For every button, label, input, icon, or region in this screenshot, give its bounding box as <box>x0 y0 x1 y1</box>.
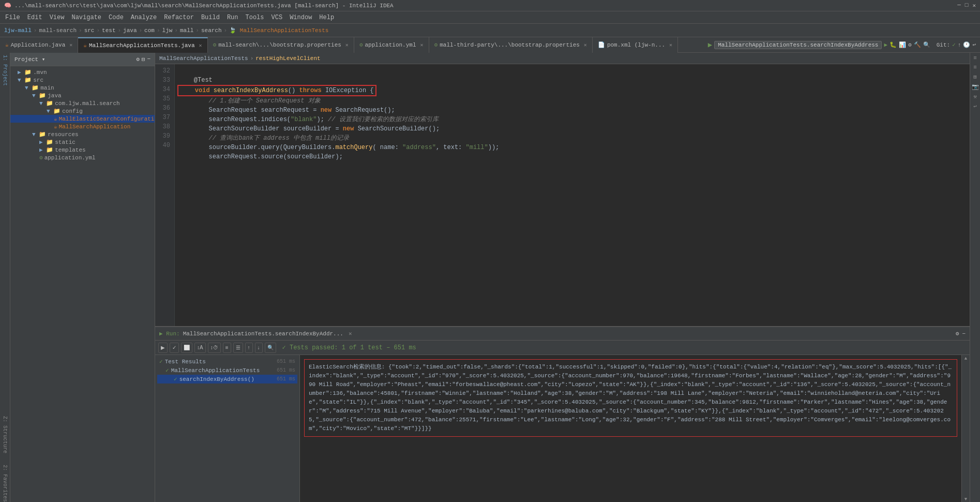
tree-templates[interactable]: ▶ 📁 templates <box>10 146 155 154</box>
run-tab-close[interactable]: ✕ <box>349 330 352 337</box>
tree-config[interactable]: ▼ 📁 config <box>10 107 155 115</box>
bc-lwj-mall[interactable]: ljw-mall <box>4 27 32 34</box>
align-center-btn[interactable]: ☰ <box>233 343 243 353</box>
close-tab-bootstrap[interactable]: ✕ <box>345 42 349 48</box>
bc-mall-search[interactable]: mall-search <box>39 27 77 34</box>
sort-alpha-btn[interactable]: ↕A <box>194 343 206 353</box>
search-btn[interactable]: 🔍 <box>923 41 930 48</box>
code-content[interactable]: @Test void searchIndexByAddress() throws… <box>175 64 970 326</box>
project-layout-icon[interactable]: ⊟ <box>142 56 145 63</box>
eb-class[interactable]: MallSearchApplicationTests <box>159 55 248 62</box>
git-undo-icon[interactable]: ↩ <box>972 41 976 48</box>
tab-bootstrap-props[interactable]: ⚙ mall-search\...\bootstrap.properties ✕ <box>208 37 354 53</box>
run-icon[interactable]: ▶ <box>708 40 712 49</box>
run-coverage-btn[interactable]: 📊 <box>899 41 906 48</box>
eb-method[interactable]: restHighLevelClient <box>255 55 320 62</box>
next-fail-btn[interactable]: ↓ <box>255 343 263 353</box>
tab-mallsearch-tests[interactable]: ☕ MallSearchApplicationTests.java ✕ <box>78 37 207 53</box>
tree-static[interactable]: ▶ 📁 static <box>10 138 155 146</box>
tab-third-party-bootstrap[interactable]: ⚙ mall-third-party\...\bootstrap.propert… <box>429 37 593 53</box>
menu-refactor[interactable]: Refactor <box>161 13 197 22</box>
tree-application-yml[interactable]: ⚙ application.yml <box>10 154 155 161</box>
run-tree-results[interactable]: ✓ Test Results 651 ms <box>157 357 297 366</box>
project-close-icon[interactable]: − <box>147 56 150 63</box>
right-icon-5[interactable]: ⚒ <box>973 93 977 100</box>
bc-search[interactable]: search <box>201 27 222 34</box>
menu-navigate[interactable]: Navigate <box>68 13 104 22</box>
code-editor[interactable]: 32 33 34 35 36 37 38 39 40 @Test void se… <box>155 64 970 326</box>
tree-src[interactable]: ▼ 📁 src <box>10 76 155 84</box>
menu-help[interactable]: Help <box>316 13 337 22</box>
bc-mall[interactable]: mall <box>180 27 193 34</box>
run-profile-btn[interactable]: ⚙ <box>908 41 912 48</box>
scroll-up-icon[interactable]: ▲ <box>964 356 967 361</box>
right-icon-2[interactable]: ≡ <box>973 64 977 70</box>
build-btn[interactable]: 🔨 <box>914 41 921 48</box>
restore-btn[interactable]: □ <box>965 2 969 9</box>
rerun-btn[interactable]: ▶ <box>158 343 168 353</box>
search-test-btn[interactable]: 🔍 <box>265 343 276 353</box>
bc-com[interactable]: com <box>144 27 155 34</box>
run-tree-class[interactable]: ✓ MallSearchApplicationTests 651 ms <box>157 366 297 375</box>
menu-run[interactable]: Run <box>224 13 242 22</box>
menu-vcs[interactable]: VCS <box>268 13 286 22</box>
tree-com-ljw[interactable]: ▼ 📁 com.ljw.mall.search <box>10 99 155 107</box>
git-time-icon[interactable]: 🕐 <box>963 41 970 48</box>
sidebar-project-icon[interactable]: 1: Project <box>2 55 8 86</box>
right-icon-1[interactable]: ≡ <box>973 55 977 61</box>
close-tab-application[interactable]: ✕ <box>69 42 72 48</box>
bc-class[interactable]: 🍃 MallSearchApplicationTests <box>229 27 328 34</box>
tab-application-java[interactable]: ☕ Application.java ✕ <box>0 37 78 53</box>
bc-java[interactable]: java <box>123 27 137 34</box>
run-debug-btn[interactable]: 🐛 <box>889 41 897 48</box>
right-icon-6[interactable]: ↩ <box>973 103 977 110</box>
tree-mall-search-app[interactable]: ☕ MallSearchApplication <box>10 123 155 130</box>
run-tree-method[interactable]: ✓ searchIndexByAddress() 651 ms <box>157 375 297 383</box>
close-tab-tests[interactable]: ✕ <box>199 42 202 49</box>
bc-test[interactable]: test <box>102 27 115 34</box>
scroll-down-icon[interactable]: ▼ <box>964 497 967 502</box>
tree-resources[interactable]: ▼ 📁 resources <box>10 130 155 138</box>
menu-code[interactable]: Code <box>105 13 127 22</box>
tree-main[interactable]: ▼ 📁 main <box>10 84 155 92</box>
menu-file[interactable]: File <box>2 13 23 22</box>
menu-view[interactable]: View <box>47 13 68 22</box>
stop-btn[interactable]: ⬜ <box>181 343 192 353</box>
git-push-icon[interactable]: ↑ <box>958 42 961 48</box>
git-check-icon[interactable]: ✓ <box>952 41 956 48</box>
close-tab-pom[interactable]: ✕ <box>669 42 672 48</box>
bc-ljw[interactable]: ljw <box>162 27 173 34</box>
right-icon-3[interactable]: ⊞ <box>973 73 977 80</box>
sidebar-favorites-icon[interactable]: 2: Favorites <box>2 465 8 502</box>
tree-elastic-config[interactable]: ☕ MallElasticSearchConfiguration <box>10 115 155 123</box>
tab-pom-xml[interactable]: 📄 pom.xml (ljw-n... ✕ <box>593 37 678 53</box>
tab-application-yml[interactable]: ⚙ application.yml ✕ <box>354 37 429 53</box>
close-tab-third-party[interactable]: ✕ <box>584 42 587 48</box>
bc-src[interactable]: src <box>84 27 95 34</box>
sidebar-structure-icon[interactable]: Z: Structure <box>2 416 8 453</box>
tree-mvn[interactable]: ▶ 📁 .mvn <box>10 68 155 76</box>
menu-analyze[interactable]: Analyze <box>128 13 160 22</box>
run-play-btn[interactable]: ▶ <box>884 41 887 48</box>
run-test-name[interactable]: MallSearchApplicationTests.searchIndexBy… <box>183 331 343 337</box>
menu-edit[interactable]: Edit <box>24 13 46 22</box>
menu-tools[interactable]: Tools <box>243 13 267 22</box>
run-minimize-icon[interactable]: − <box>962 331 966 337</box>
run-scrollbar[interactable]: ▲ ▼ <box>961 355 970 502</box>
close-tab-yml[interactable]: ✕ <box>420 42 424 48</box>
result-output-box: ElasticSearch检索的信息: {"took":2,"timed_out… <box>304 359 957 437</box>
sort-dur-btn[interactable]: ↕⏱ <box>208 343 221 353</box>
menu-build[interactable]: Build <box>198 13 223 22</box>
prev-fail-btn[interactable]: ↑ <box>245 343 253 353</box>
run-settings-icon[interactable]: ⚙ <box>956 330 959 337</box>
run-tests-btn[interactable]: ✓ <box>170 343 179 353</box>
close-btn[interactable]: ✕ <box>972 2 976 9</box>
menu-window[interactable]: Window <box>287 13 315 22</box>
align-left-btn[interactable]: ≡ <box>223 343 231 353</box>
minimize-btn[interactable]: ─ <box>957 2 961 9</box>
project-gear-icon[interactable]: ⚙ <box>136 56 140 63</box>
right-icon-4[interactable]: 📷 <box>972 83 979 90</box>
tree-java[interactable]: ▼ 📁 java <box>10 92 155 99</box>
run-tree: ✓ Test Results 651 ms ✓ MallSearchApplic… <box>155 355 300 502</box>
run-config-name[interactable]: MallSearchApplicationTests.searchIndexBy… <box>714 41 882 49</box>
